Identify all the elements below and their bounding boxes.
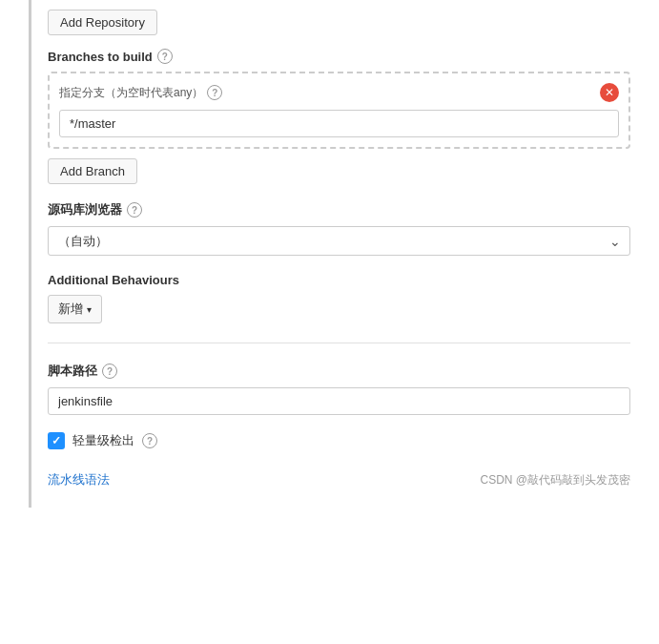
close-icon: ✕ bbox=[605, 86, 614, 99]
script-path-input[interactable] bbox=[48, 387, 630, 415]
dropdown-arrow-icon: ▾ bbox=[87, 304, 92, 315]
divider bbox=[48, 343, 630, 343]
branches-help-icon[interactable]: ? bbox=[157, 49, 173, 64]
pipeline-syntax-link[interactable]: 流水线语法 bbox=[48, 471, 110, 488]
lightweight-checkout-checkbox[interactable] bbox=[48, 432, 65, 449]
lightweight-help-icon[interactable]: ? bbox=[142, 433, 157, 448]
add-branch-button[interactable]: Add Branch bbox=[48, 158, 137, 184]
source-browser-help-icon[interactable]: ? bbox=[127, 202, 142, 218]
branch-placeholder-label: 指定分支（为空时代表any） bbox=[59, 85, 203, 101]
add-repository-button[interactable]: Add Repository bbox=[48, 10, 157, 35]
additional-behaviours-label: Additional Behaviours bbox=[48, 273, 179, 287]
branch-box: 指定分支（为空时代表any） ? ✕ bbox=[48, 72, 630, 149]
lightweight-checkout-label: 轻量级检出 bbox=[72, 432, 134, 449]
script-path-help-icon[interactable]: ? bbox=[102, 364, 117, 379]
script-path-label: 脚本路径 bbox=[48, 363, 97, 380]
new-behaviour-label: 新增 bbox=[58, 301, 83, 318]
remove-branch-button[interactable]: ✕ bbox=[600, 83, 619, 102]
branch-value-input[interactable] bbox=[59, 110, 619, 137]
source-browser-label: 源码库浏览器 bbox=[48, 201, 122, 218]
branch-field-help-icon[interactable]: ? bbox=[207, 85, 222, 100]
watermark-text: CSDN @敲代码敲到头发茂密 bbox=[480, 472, 630, 488]
branches-to-build-label: Branches to build bbox=[48, 50, 153, 64]
new-behaviour-button[interactable]: 新增 ▾ bbox=[48, 295, 102, 323]
source-browser-select[interactable]: （自动） bbox=[48, 226, 630, 256]
